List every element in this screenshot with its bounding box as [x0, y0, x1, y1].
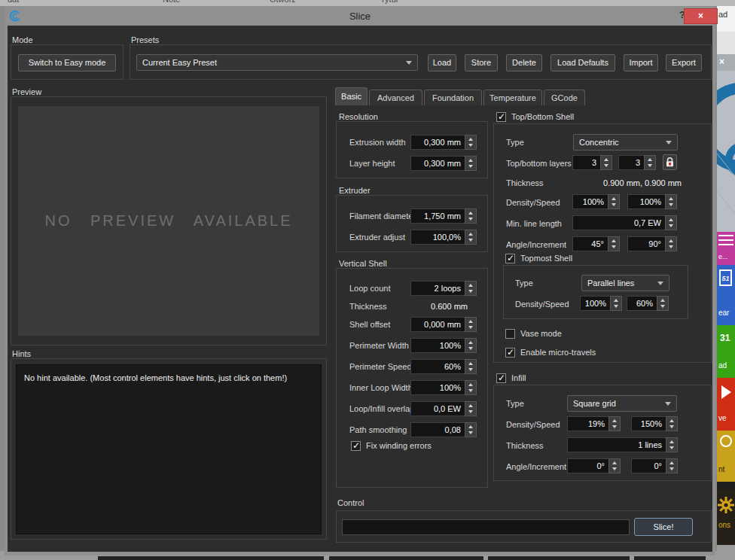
loop-infill-overlap-spinner[interactable]	[465, 401, 477, 416]
spin-down-icon[interactable]	[614, 305, 618, 308]
tbs-minline-field[interactable]: 0,7 EW	[572, 215, 677, 230]
topmost-density-field[interactable]: 100%	[580, 296, 622, 311]
tbs-layers-bottom-value[interactable]: 3	[618, 155, 644, 170]
tbs-minline-spinner[interactable]	[665, 215, 677, 230]
spin-up-icon[interactable]	[669, 440, 674, 443]
perimeter-width-field[interactable]: 100%	[410, 338, 477, 353]
spin-up-icon[interactable]	[468, 425, 473, 428]
spin-up-icon[interactable]	[468, 320, 473, 323]
inner-loop-width-spinner[interactable]	[465, 380, 477, 395]
spin-down-icon[interactable]	[468, 218, 473, 221]
tbs-layers-top-field[interactable]: 3	[572, 155, 612, 170]
loop-infill-overlap-field[interactable]: 0,0 EW	[410, 401, 477, 416]
export-button[interactable]: Export	[666, 54, 702, 72]
tbs-type-dropdown[interactable]: Concentric	[573, 134, 678, 151]
topmost-shell-row[interactable]: Topmost Shell	[505, 253, 572, 263]
spin-down-icon[interactable]	[648, 164, 652, 167]
extruder-adjust-value[interactable]: 100,0%	[410, 230, 465, 245]
micro-travels-checkbox[interactable]	[505, 348, 515, 358]
spin-up-icon[interactable]	[669, 218, 673, 221]
spin-up-icon[interactable]	[660, 299, 665, 302]
vase-mode-row[interactable]: Vase mode	[505, 328, 562, 339]
spin-down-icon[interactable]	[468, 389, 473, 392]
store-button[interactable]: Store	[465, 54, 498, 72]
spin-down-icon[interactable]	[660, 305, 665, 308]
infill-speed-field[interactable]: 150%	[631, 416, 678, 431]
filament-diameter-value[interactable]: 1,750 mm	[410, 208, 465, 224]
spin-down-icon[interactable]	[611, 245, 616, 248]
tbs-layers-bottom-spinner[interactable]	[644, 155, 656, 170]
bg-button-pink[interactable]: e...	[717, 232, 735, 265]
tbs-speed-value[interactable]: 100%	[627, 194, 665, 209]
switch-easy-mode-button[interactable]: Switch to Easy mode	[18, 54, 116, 72]
close-button[interactable]: ×	[684, 8, 718, 24]
extrusion-width-spinner[interactable]	[465, 135, 477, 150]
infill-checkbox[interactable]	[496, 373, 506, 383]
top-bottom-shell-row[interactable]: Top/Bottom Shell	[496, 111, 574, 122]
tbs-angle-field[interactable]: 45°	[572, 236, 620, 251]
spin-down-icon[interactable]	[669, 425, 674, 428]
shell-offset-value[interactable]: 0,000 mm	[410, 317, 465, 332]
spin-up-icon[interactable]	[612, 419, 617, 422]
delete-button[interactable]: Delete	[506, 54, 542, 72]
tab-advanced[interactable]: Advanced	[369, 90, 422, 105]
spin-down-icon[interactable]	[468, 144, 473, 147]
spin-up-icon[interactable]	[468, 362, 473, 365]
spin-down-icon[interactable]	[612, 467, 617, 470]
tbs-layers-top-value[interactable]: 3	[572, 155, 600, 170]
bg-button-blue[interactable]: 51 ear	[717, 265, 735, 325]
path-smoothing-value[interactable]: 0,08	[410, 422, 465, 437]
tab-temperature[interactable]: Temperature	[483, 90, 542, 105]
bg-close-chip[interactable]: ×	[717, 54, 735, 71]
topmost-type-dropdown[interactable]: Parallel lines	[581, 275, 669, 291]
perimeter-speed-spinner[interactable]	[465, 359, 477, 374]
spin-down-icon[interactable]	[468, 290, 473, 293]
spin-down-icon[interactable]	[669, 245, 673, 248]
spin-down-icon[interactable]	[604, 164, 608, 167]
tab-gcode[interactable]: GCode	[544, 90, 585, 105]
spin-down-icon[interactable]	[468, 326, 473, 329]
perimeter-speed-field[interactable]: 60%	[410, 359, 477, 374]
perimeter-width-spinner[interactable]	[465, 338, 477, 353]
tbs-density-value[interactable]: 100%	[572, 194, 608, 209]
spin-up-icon[interactable]	[604, 158, 608, 161]
infill-thickness-field[interactable]: 1 lines	[567, 437, 678, 452]
tbs-layers-bottom-field[interactable]: 3	[618, 155, 656, 170]
loop-count-field[interactable]: 2 loops	[410, 281, 477, 296]
infill-increment-field[interactable]: 0°	[631, 458, 678, 473]
spin-up-icon[interactable]	[468, 212, 473, 215]
spin-up-icon[interactable]	[611, 197, 616, 200]
infill-angle-field[interactable]: 0°	[567, 458, 621, 473]
slice-button[interactable]: Slice!	[634, 518, 693, 536]
spin-up-icon[interactable]	[648, 158, 652, 161]
dialog-titlebar[interactable]: Slice ? ×	[5, 6, 715, 26]
topmost-density-value[interactable]: 100%	[580, 296, 610, 311]
spin-up-icon[interactable]	[669, 239, 673, 242]
shell-offset-field[interactable]: 0,000 mm	[410, 317, 477, 332]
spin-up-icon[interactable]	[669, 419, 674, 422]
perimeter-speed-value[interactable]: 60%	[410, 359, 465, 374]
spin-down-icon[interactable]	[468, 165, 473, 168]
extrusion-width-field[interactable]: 0,300 mm	[410, 135, 477, 150]
tbs-density-spinner[interactable]	[608, 194, 620, 209]
spin-up-icon[interactable]	[468, 341, 473, 344]
bg-button-gold[interactable]: nt	[717, 431, 735, 482]
spin-up-icon[interactable]	[669, 197, 673, 200]
filament-diameter-spinner[interactable]	[465, 208, 477, 224]
fix-winding-errors-row[interactable]: Fix winding errors	[351, 440, 432, 451]
infill-thickness-value[interactable]: 1 lines	[567, 437, 666, 452]
infill-density-field[interactable]: 19%	[567, 416, 621, 431]
infill-density-spinner[interactable]	[608, 416, 621, 431]
top-bottom-shell-checkbox[interactable]	[496, 112, 506, 122]
vase-mode-checkbox[interactable]	[505, 329, 515, 339]
loop-count-spinner[interactable]	[465, 281, 477, 296]
infill-density-value[interactable]: 19%	[567, 416, 608, 431]
tbs-layers-top-spinner[interactable]	[600, 155, 612, 170]
infill-angle-value[interactable]: 0°	[567, 458, 608, 473]
spin-down-icon[interactable]	[611, 203, 616, 206]
micro-travels-row[interactable]: Enable micro-travels	[505, 347, 596, 358]
spin-up-icon[interactable]	[612, 461, 617, 464]
spin-up-icon[interactable]	[468, 284, 473, 287]
loop-count-value[interactable]: 2 loops	[410, 281, 465, 296]
path-smoothing-spinner[interactable]	[465, 422, 477, 437]
